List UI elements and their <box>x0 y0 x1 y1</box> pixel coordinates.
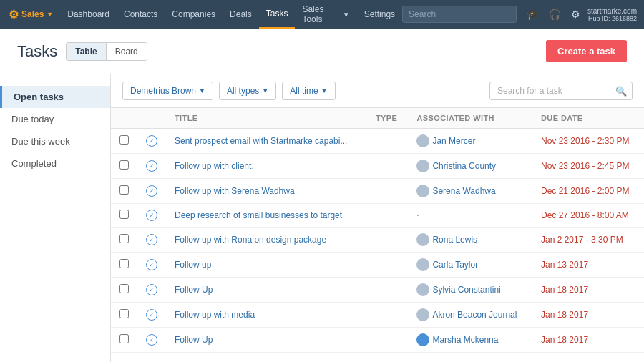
row-checkbox[interactable] <box>119 309 129 318</box>
row-title-cell: Follow Up <box>166 278 367 303</box>
due-date-label: Jan 18 2017 <box>541 310 588 320</box>
filter-bar: Demetrius Brown ▼ All types ▼ All time ▼… <box>111 74 644 108</box>
check-circle-icon[interactable]: ✓ <box>146 234 157 245</box>
row-title-cell: Sent prospect email with Startmarke capa… <box>166 129 367 154</box>
row-associated-cell: Jan Mercer <box>408 129 532 154</box>
row-due-date-cell: Nov 23 2016 - 2:45 PM <box>532 154 644 179</box>
task-title-link[interactable]: Follow up with Serena Wadhwa <box>175 186 295 196</box>
col-check-icon <box>137 108 166 129</box>
nav-item-settings[interactable]: Settings <box>357 0 402 29</box>
row-due-date-cell: Jan 18 2017 <box>532 278 644 303</box>
associated-link[interactable]: Rona Lewis <box>416 233 524 246</box>
task-area: Demetrius Brown ▼ All types ▼ All time ▼… <box>111 74 644 362</box>
task-title-link[interactable]: Follow Up <box>175 285 213 295</box>
main-content: Open tasks Due today Due this week Compl… <box>0 74 644 362</box>
settings-icon[interactable]: ⚙ <box>568 6 583 23</box>
row-type-cell <box>367 278 409 303</box>
check-circle-icon[interactable]: ✓ <box>146 309 157 321</box>
check-circle-icon[interactable]: ✓ <box>146 334 157 346</box>
associated-link[interactable]: Sylvia Constantini <box>416 283 524 296</box>
task-title-link[interactable]: Follow up <box>175 260 211 270</box>
associated-link[interactable]: Christina County <box>416 160 524 172</box>
due-date-label: Nov 23 2016 - 2:30 PM <box>541 136 629 146</box>
nav-item-tasks[interactable]: Tasks <box>259 0 296 29</box>
row-due-date-cell: Jan 18 2017 <box>532 303 644 328</box>
row-type-cell <box>367 129 409 154</box>
avatar <box>416 185 429 197</box>
due-date-label: Nov 23 2016 - 2:45 PM <box>541 161 629 171</box>
time-filter[interactable]: All time ▼ <box>282 82 335 100</box>
nav-item-deals[interactable]: Deals <box>223 0 259 29</box>
avatar <box>416 258 429 271</box>
row-associated-cell: Akron Beacon Journal <box>408 303 532 328</box>
associated-name: Rona Lewis <box>432 235 477 245</box>
row-checkbox[interactable] <box>119 284 129 293</box>
check-circle-icon[interactable]: ✓ <box>146 185 157 197</box>
headset-icon[interactable]: 🎧 <box>546 6 564 23</box>
row-title-cell: Follow up with client. <box>166 154 367 179</box>
page-title: Tasks <box>17 42 57 61</box>
nav-item-companies[interactable]: Companies <box>165 0 223 29</box>
row-checkbox[interactable] <box>119 334 129 343</box>
type-caret: ▼ <box>262 87 268 94</box>
check-circle-icon[interactable]: ✓ <box>146 210 157 221</box>
task-table: TITLE TYPE ASSOCIATED WITH DUE DATE ✓Sen… <box>111 108 644 353</box>
nav-item-dashboard[interactable]: Dashboard <box>60 0 117 29</box>
sidebar-item-due-this-week[interactable]: Due this week <box>0 130 110 152</box>
avatar <box>416 283 429 296</box>
row-checkbox-cell <box>111 129 137 154</box>
task-title-link[interactable]: Follow up with Rona on design package <box>175 235 326 245</box>
row-checkbox[interactable] <box>119 160 129 170</box>
sidebar-item-due-today[interactable]: Due today <box>0 108 110 130</box>
task-title-link[interactable]: Follow up with media <box>175 310 255 320</box>
row-check-circle-cell: ✓ <box>137 204 166 228</box>
due-date-label: Jan 18 2017 <box>541 285 588 295</box>
check-circle-icon[interactable]: ✓ <box>146 259 157 270</box>
task-title-link[interactable]: Follow Up <box>175 335 213 345</box>
row-title-cell: Follow up with Serena Wadhwa <box>166 179 367 204</box>
associated-name: Carla Taylor <box>432 260 478 270</box>
task-title-link[interactable]: Sent prospect email with Startmarke capa… <box>175 136 347 146</box>
nav-item-contacts[interactable]: Contacts <box>117 0 165 29</box>
row-type-cell <box>367 328 409 353</box>
check-circle-icon[interactable]: ✓ <box>146 135 157 147</box>
associated-link[interactable]: Akron Beacon Journal <box>416 308 524 321</box>
sidebar-item-completed[interactable]: Completed <box>0 152 110 175</box>
row-due-date-cell: Jan 18 2017 <box>532 328 644 353</box>
associated-link[interactable]: Serena Wadhwa <box>416 185 524 197</box>
task-table-scroll[interactable]: TITLE TYPE ASSOCIATED WITH DUE DATE ✓Sen… <box>111 108 644 362</box>
board-view-btn[interactable]: Board <box>107 43 147 60</box>
nav-search-input[interactable] <box>402 6 517 23</box>
owner-filter[interactable]: Demetrius Brown ▼ <box>122 82 213 100</box>
nav-item-sales-tools[interactable]: Sales Tools ▼ <box>295 0 356 29</box>
task-title-link[interactable]: Follow up with client. <box>175 161 254 171</box>
avatar <box>416 308 429 321</box>
sidebar-item-open-tasks[interactable]: Open tasks <box>0 86 110 108</box>
row-checkbox[interactable] <box>119 234 129 243</box>
nav-brand[interactable]: ⚙ Sales ▼ <box>7 8 60 21</box>
hub-id: Hub ID: 2616882 <box>588 15 637 22</box>
row-checkbox[interactable] <box>119 185 129 195</box>
table-view-btn[interactable]: Table <box>67 43 106 60</box>
task-title-link[interactable]: Deep research of small businesses to tar… <box>175 210 342 220</box>
table-row: ✓Deep research of small businesses to ta… <box>111 204 644 228</box>
owner-caret: ▼ <box>199 87 205 94</box>
check-circle-icon[interactable]: ✓ <box>146 284 157 295</box>
associated-link[interactable]: Marsha Mckenna <box>416 333 524 346</box>
row-check-circle-cell: ✓ <box>137 303 166 328</box>
row-checkbox[interactable] <box>119 135 129 145</box>
row-checkbox[interactable] <box>119 210 129 219</box>
task-search-input[interactable] <box>489 82 633 100</box>
col-checkbox <box>111 108 137 129</box>
associated-link[interactable]: Carla Taylor <box>416 258 524 271</box>
top-navigation: ⚙ Sales ▼ Dashboard Contacts Companies D… <box>0 0 644 29</box>
row-checkbox[interactable] <box>119 259 129 268</box>
graduation-icon[interactable]: 🎓 <box>524 6 542 23</box>
avatar <box>416 134 429 147</box>
create-task-button[interactable]: Create a task <box>546 40 627 62</box>
type-filter[interactable]: All types ▼ <box>219 82 276 100</box>
nav-account[interactable]: startmarke.com Hub ID: 2616882 <box>587 7 637 22</box>
associated-name: Akron Beacon Journal <box>432 310 517 320</box>
associated-link[interactable]: Jan Mercer <box>416 134 524 147</box>
check-circle-icon[interactable]: ✓ <box>146 160 157 172</box>
